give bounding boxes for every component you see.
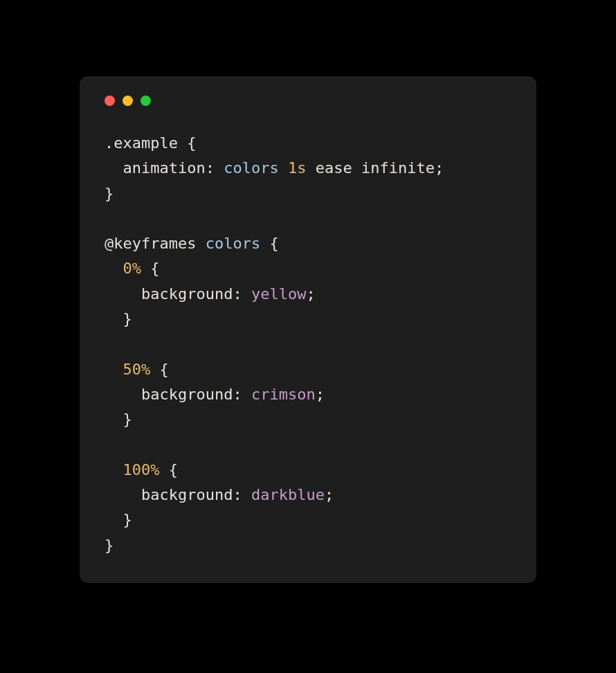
css-selector: .example (105, 134, 178, 152)
animation-timing: ease (316, 159, 352, 177)
brace-open: { (141, 260, 160, 277)
animation-iteration: infinite (361, 159, 435, 177)
window-controls (105, 96, 511, 106)
indent (105, 361, 123, 378)
indent (105, 159, 123, 177)
css-property: background (141, 386, 233, 403)
maximize-icon[interactable] (141, 96, 151, 106)
animation-name: colors (224, 159, 278, 177)
indent (105, 486, 141, 503)
animation-duration: 1s (288, 159, 307, 177)
color-value: darkblue (251, 486, 325, 503)
brace-close: } (123, 310, 132, 327)
css-property: animation (123, 159, 206, 177)
brace-close: } (105, 185, 114, 202)
keyframes-name: colors (206, 235, 260, 252)
brace-close: } (123, 411, 132, 428)
colon: : (233, 486, 251, 503)
css-property: background (141, 486, 233, 503)
keyframe-percent: 100% (123, 461, 160, 478)
color-value: yellow (251, 285, 306, 303)
colon: : (233, 386, 251, 403)
brace-open: { (260, 235, 279, 252)
brace-close: } (105, 537, 114, 554)
indent (105, 285, 141, 303)
indent (105, 386, 141, 403)
brace-open: { (159, 461, 178, 478)
at-rule: @keyframes (105, 235, 196, 252)
code-content: .example { animation: colors 1s ease inf… (105, 131, 511, 558)
code-window: .example { animation: colors 1s ease inf… (80, 76, 536, 583)
indent (105, 461, 123, 478)
colon: : (206, 159, 224, 177)
semicolon: ; (316, 386, 325, 403)
indent (105, 511, 123, 528)
space (196, 235, 205, 252)
brace-open: { (150, 361, 169, 378)
indent (105, 310, 123, 327)
semicolon: ; (306, 285, 315, 303)
semicolon: ; (325, 486, 334, 503)
semicolon: ; (435, 159, 444, 177)
keyframe-percent: 0% (123, 260, 142, 277)
indent (105, 411, 123, 428)
minimize-icon[interactable] (123, 96, 133, 106)
space (352, 159, 361, 177)
colon: : (233, 285, 251, 303)
space (279, 159, 288, 177)
space (306, 159, 315, 177)
color-value: crimson (251, 386, 316, 403)
brace-close: } (123, 511, 132, 528)
brace-open: { (178, 134, 197, 152)
keyframe-percent: 50% (123, 361, 151, 378)
close-icon[interactable] (105, 96, 115, 106)
css-property: background (141, 285, 233, 303)
indent (105, 260, 123, 277)
